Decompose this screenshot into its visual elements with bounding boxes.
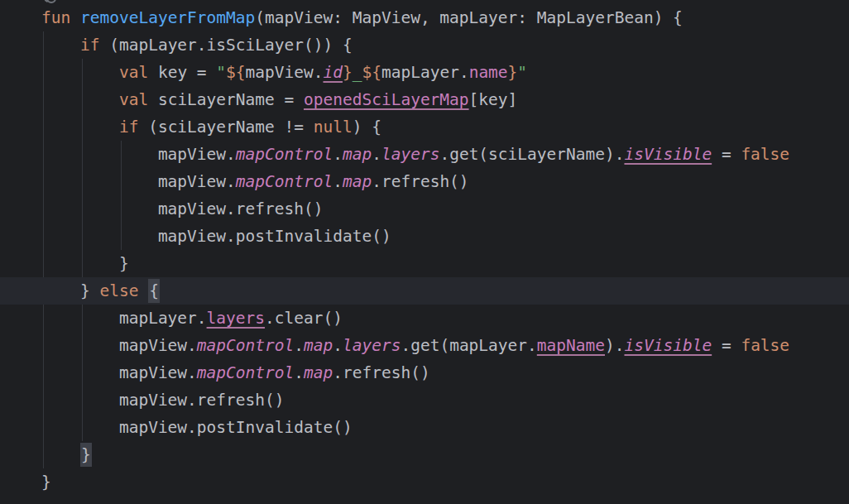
code-token: .get(mapLayer.: [401, 336, 536, 355]
code-token: .: [333, 145, 343, 164]
code-token: sciLayerName =: [148, 90, 304, 109]
code-token: mapView.: [246, 63, 324, 82]
code-token: =: [712, 336, 741, 355]
code-token: removeLayerFromMap: [80, 8, 255, 27]
code-token: layers: [343, 336, 401, 355]
code-line[interactable]: mapView.mapControl.map.layers.get(mapLay…: [0, 332, 849, 359]
code-token: mapView.postInvalidate(): [41, 227, 391, 246]
code-token: else: [99, 281, 138, 300]
code-token: [41, 90, 119, 109]
code-token: .: [372, 145, 381, 164]
code-token: [138, 281, 148, 300]
code-line[interactable]: val sciLayerName = openedSciLayerMap[key…: [0, 86, 849, 113]
code-token: [41, 63, 119, 82]
code-token: ) {: [353, 118, 381, 137]
code-token: false: [741, 336, 789, 355]
code-token: _: [353, 63, 362, 82]
code-token: (sciLayerName !=: [138, 118, 313, 137]
code-line[interactable]: fun removeLayerFromMap(mapView: MapView,…: [0, 4, 849, 31]
code-token: mapControl: [197, 363, 294, 382]
code-token: map: [343, 145, 372, 164]
code-line[interactable]: }: [0, 441, 849, 468]
code-token: .refresh(): [333, 363, 429, 382]
code-token: mapView.refresh(): [41, 199, 323, 218]
code-token: mapView.: [41, 145, 236, 164]
code-token: }: [41, 473, 51, 492]
code-token: mapView.refresh(): [41, 391, 285, 410]
code-token: mapView.postInvalidate(): [41, 418, 353, 437]
code-token: layers: [207, 309, 265, 328]
code-token: (mapView: MapView, mapLayer: MapLayerBea…: [255, 8, 683, 27]
code-token: fun: [41, 8, 80, 27]
code-token: isVisible: [624, 336, 712, 355]
code-token: }: [80, 443, 92, 467]
code-line[interactable]: }: [0, 250, 849, 277]
code-line[interactable]: if (mapLayer.isSciLayer()) {: [0, 31, 849, 59]
code-line[interactable]: mapView.mapControl.map.refresh(): [0, 168, 849, 195]
code-line[interactable]: mapView.mapControl.map.refresh(): [0, 359, 849, 386]
code-token: isVisible: [624, 145, 712, 164]
gutter-icon-partial: [46, 0, 56, 3]
code-token: if: [80, 36, 99, 55]
code-token: .: [333, 336, 343, 355]
code-token: }: [41, 281, 99, 300]
code-token: [41, 445, 80, 464]
code-token: layers: [381, 145, 439, 164]
code-token: =: [712, 145, 741, 164]
code-token: val: [119, 63, 148, 82]
code-token: mapView.: [41, 336, 197, 355]
code-token: name: [469, 63, 508, 82]
code-token: mapView.: [41, 172, 236, 191]
code-token: mapControl: [236, 145, 333, 164]
code-token: if: [119, 118, 138, 137]
code-token: map: [304, 363, 333, 382]
code-token: val: [119, 90, 148, 109]
code-token: false: [741, 145, 789, 164]
code-token: .clear(): [265, 309, 343, 328]
code-line[interactable]: mapView.refresh(): [0, 195, 849, 223]
code-line[interactable]: } else {: [0, 277, 849, 305]
code-token: map: [343, 172, 372, 191]
code-token: map: [304, 336, 333, 355]
code-token: [41, 36, 80, 55]
code-editor[interactable]: fun removeLayerFromMap(mapView: MapView,…: [0, 0, 849, 504]
code-token: ": [216, 63, 226, 82]
code-line[interactable]: mapView.postInvalidate(): [0, 414, 849, 441]
code-token: .: [333, 172, 343, 191]
code-token: }: [508, 63, 518, 82]
code-token: mapLayer.: [381, 63, 469, 82]
code-token: mapName: [537, 336, 605, 355]
code-token: null: [314, 118, 353, 137]
code-token: ": [517, 63, 527, 82]
code-line[interactable]: mapView.refresh(): [0, 386, 849, 414]
code-token: [key]: [469, 90, 518, 109]
code-token: (mapLayer.isSciLayer()) {: [99, 36, 352, 55]
code-token: }: [343, 63, 353, 82]
code-token: .: [294, 363, 304, 382]
code-token: mapControl: [236, 172, 333, 191]
code-token: .refresh(): [372, 172, 468, 191]
code-token: openedSciLayerMap: [304, 90, 469, 109]
code-token: ${: [226, 63, 245, 82]
code-token: mapControl: [197, 336, 294, 355]
code-line[interactable]: mapLayer.layers.clear(): [0, 305, 849, 332]
code-line[interactable]: if (sciLayerName != null) {: [0, 113, 849, 141]
code-token: [41, 118, 119, 137]
code-token: {: [148, 279, 160, 303]
code-token: mapLayer.: [41, 309, 207, 328]
code-token: key =: [148, 63, 216, 82]
code-token: }: [41, 254, 129, 273]
code-token: .get(sciLayerName).: [439, 145, 624, 164]
code-area[interactable]: fun removeLayerFromMap(mapView: MapView,…: [0, 4, 849, 496]
code-token: ${: [362, 63, 381, 82]
code-line[interactable]: mapView.postInvalidate(): [0, 223, 849, 250]
code-token: mapView.: [41, 363, 197, 382]
code-token: id: [324, 63, 343, 82]
code-token: .: [294, 336, 304, 355]
code-line[interactable]: }: [0, 468, 849, 496]
code-line[interactable]: mapView.mapControl.map.layers.get(sciLay…: [0, 141, 849, 168]
code-line[interactable]: val key = "${mapView.id}_${mapLayer.name…: [0, 59, 849, 86]
code-token: ).: [605, 336, 624, 355]
